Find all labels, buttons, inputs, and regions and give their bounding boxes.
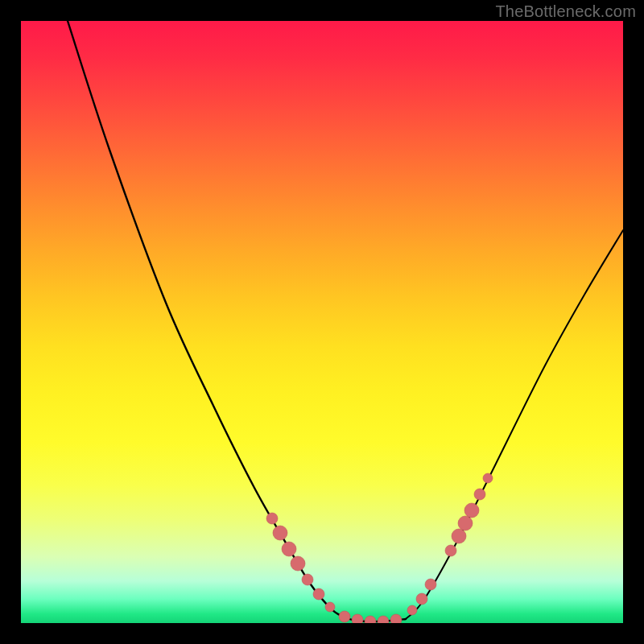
plot-area [21,21,623,623]
data-marker [483,473,493,483]
data-marker [416,593,427,605]
right-branch-curve [406,230,623,619]
data-marker [425,579,436,590]
data-marker [291,556,305,571]
left-branch-curve [68,21,355,621]
data-marker [352,614,363,623]
data-marker [325,602,335,612]
data-marker [464,503,479,518]
curve-layer [21,21,623,623]
chart-frame: TheBottleneck.com [0,0,644,644]
data-marker [474,489,485,500]
data-marker [273,526,287,540]
data-marker [302,574,313,585]
data-marker [378,616,389,623]
data-marker [313,588,324,600]
data-marker [390,614,402,623]
data-marker [452,529,466,543]
data-marker [266,513,278,524]
data-marker [445,545,456,556]
data-marker [282,542,296,556]
data-marker [458,516,473,530]
data-marker [339,611,350,622]
marker-group [266,473,493,623]
data-marker [407,605,417,615]
data-marker [365,616,376,623]
watermark-text: TheBottleneck.com [495,2,636,21]
